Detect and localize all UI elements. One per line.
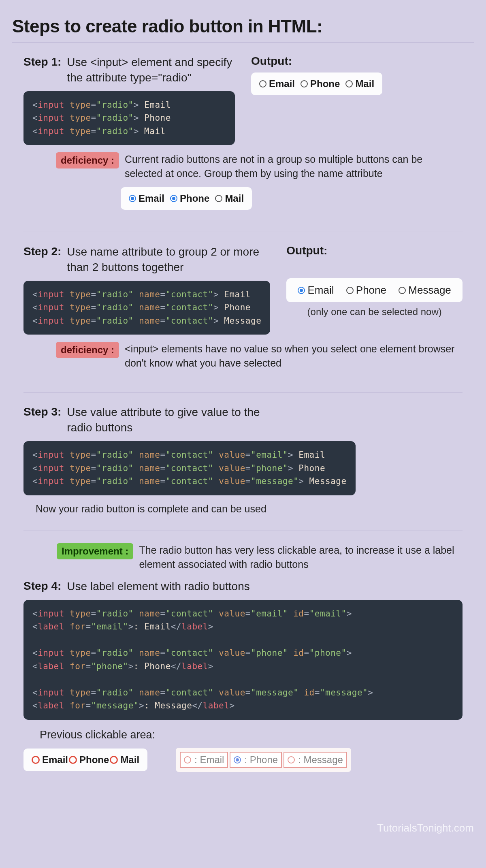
step-2-output: Email Phone Message xyxy=(286,278,463,302)
step-1-label: Step 1: xyxy=(23,55,61,68)
step-3-code: <input type="radio" name="contact" value… xyxy=(23,441,356,495)
step-2-desc: Use name attribute to group 2 or more th… xyxy=(67,244,270,275)
radio-icon[interactable] xyxy=(345,80,353,87)
step-4: Step 4: Use label element with radio but… xyxy=(12,579,474,783)
step-4-desc: Use label element with radio buttons xyxy=(67,579,249,594)
step-1-code: <input type="radio"> Email <input type="… xyxy=(23,91,235,145)
radio-icon[interactable] xyxy=(259,80,266,87)
radio-label: Email xyxy=(139,193,164,204)
radio-icon[interactable] xyxy=(215,195,222,202)
radio-label-box[interactable]: : Phone xyxy=(230,752,282,768)
step-4-prev: Email Phone Mail xyxy=(23,749,147,771)
step-2-note: (only one can be selected now) xyxy=(286,306,463,318)
deficiency-badge: deficiency : xyxy=(56,152,119,168)
radio-label: Email xyxy=(42,754,68,766)
radio-label: Phone xyxy=(79,754,109,766)
step-1-deficiency: Current radio buttons are not in a group… xyxy=(125,152,463,181)
step-1-output: Email Phone Mail xyxy=(251,73,382,95)
step-1-demo-multi: Email Phone Mail xyxy=(121,187,252,210)
step-2-label: Step 2: xyxy=(23,244,61,258)
radio-icon[interactable] xyxy=(399,287,406,294)
step-4-new: : Email : Phone : Message xyxy=(176,748,351,772)
step-2: Step 2: Use name attribute to group 2 or… xyxy=(12,244,474,381)
radio-icon[interactable] xyxy=(32,756,40,764)
radio-label: Mail xyxy=(355,78,374,90)
divider xyxy=(23,392,463,392)
page-title: Steps to create radio button in HTML: xyxy=(12,16,474,36)
output-label: Output: xyxy=(286,244,463,257)
footer-credit: TutorialsTonight.com xyxy=(0,816,486,842)
radio-icon xyxy=(234,756,241,763)
output-label: Output: xyxy=(251,55,463,68)
step-1-desc: Use <input> element and specify the attr… xyxy=(67,55,235,85)
radio-icon xyxy=(184,756,191,763)
radio-label-box[interactable]: : Email xyxy=(180,752,228,768)
step-2-deficiency: <input> elements have no value so when y… xyxy=(125,342,463,370)
radio-icon[interactable] xyxy=(170,195,177,202)
radio-label: Phone xyxy=(310,78,340,90)
step-3-improvement: The radio button has very less clickable… xyxy=(139,543,474,572)
radio-icon[interactable] xyxy=(298,287,305,294)
step-3: Step 3: Use value attribute to give valu… xyxy=(12,405,474,526)
radio-label: Message xyxy=(408,284,451,296)
radio-icon[interactable] xyxy=(346,287,354,294)
radio-icon[interactable] xyxy=(301,80,308,87)
step-1: Step 1: Use <input> element and specify … xyxy=(12,55,474,220)
radio-label: Email xyxy=(269,78,295,90)
deficiency-badge: deficiency : xyxy=(56,342,119,358)
step-2-code: <input type="radio" name="contact"> Emai… xyxy=(23,281,270,335)
radio-icon[interactable] xyxy=(69,756,77,764)
radio-label: Phone xyxy=(356,284,386,296)
divider xyxy=(23,794,463,794)
radio-icon xyxy=(288,756,295,763)
radio-label: Mail xyxy=(120,754,139,766)
step-3-desc: Use value attribute to give value to the… xyxy=(67,405,277,435)
step-3-label: Step 3: xyxy=(23,405,61,418)
divider xyxy=(23,232,463,232)
divider xyxy=(12,42,474,43)
radio-label-box[interactable]: : Message xyxy=(284,752,347,768)
step-4-code: <input type="radio" name="contact" value… xyxy=(23,600,463,720)
radio-icon[interactable] xyxy=(129,195,136,202)
radio-label: Mail xyxy=(225,193,244,204)
previous-clickable-label: Previous clickable area: xyxy=(40,729,463,741)
radio-icon[interactable] xyxy=(110,756,118,764)
radio-label: Email xyxy=(307,284,334,296)
step-4-label: Step 4: xyxy=(23,579,61,593)
divider xyxy=(23,531,463,531)
step-3-after: Now your radio button is complete and ca… xyxy=(36,502,463,516)
improvement-badge: Improvement : xyxy=(57,543,133,559)
radio-label: Phone xyxy=(180,193,209,204)
